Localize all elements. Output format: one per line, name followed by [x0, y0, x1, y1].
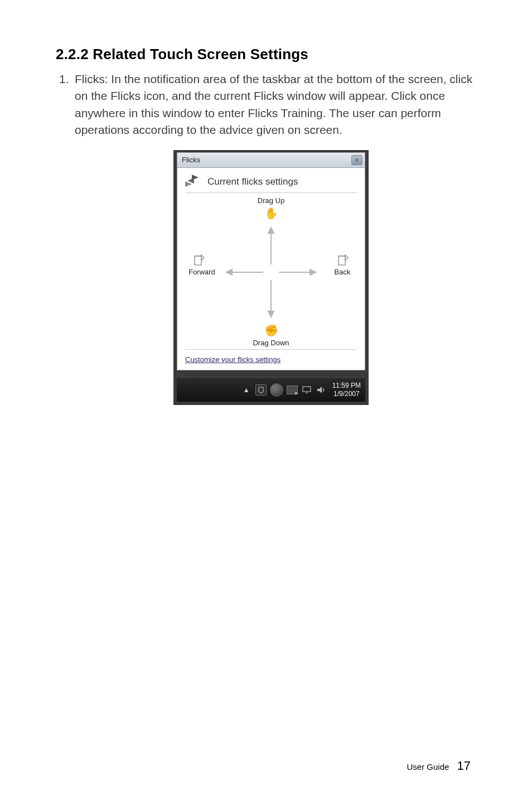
drag-up-icon: ✋ — [264, 206, 278, 220]
close-icon: x — [356, 157, 359, 163]
clock-time: 11:59 PM — [332, 382, 361, 390]
svg-marker-5 — [226, 269, 232, 275]
footer-label: User Guide — [407, 762, 449, 772]
section-heading: 2.2.2 Related Touch Screen Settings — [56, 46, 486, 63]
separator-2 — [185, 349, 357, 350]
window-title: Flicks — [182, 156, 200, 164]
window-body[interactable]: Current flicks settings Drag Up ✋ Forwar… — [177, 168, 365, 370]
flicks-tray-icon[interactable] — [287, 385, 298, 394]
svg-marker-3 — [268, 311, 274, 317]
forward-icon — [193, 254, 205, 269]
flicks-logo-icon — [185, 175, 202, 189]
action-center-icon[interactable] — [255, 384, 267, 396]
back-icon — [337, 254, 349, 269]
list-number: 1. — [59, 71, 69, 88]
volume-icon[interactable] — [316, 384, 327, 396]
svg-marker-1 — [268, 228, 274, 233]
customize-link[interactable]: Customize your flicks settings — [185, 355, 280, 364]
page-number: 17 — [457, 759, 471, 773]
taskbar: ▲ 11:59 PM 1/9/2007 — [177, 378, 365, 402]
flicks-window: Flicks x Current flicks settings — [177, 152, 365, 370]
flicks-diagram: Drag Up ✋ Forward Back ✊ Drag Down — [185, 196, 357, 347]
separator — [185, 192, 357, 193]
screenshot-figure: Flicks x Current flicks settings — [173, 150, 369, 405]
display-icon[interactable] — [301, 384, 312, 396]
list-text: Flicks: In the notification area of the … — [75, 73, 472, 136]
drag-down-icon: ✊ — [264, 324, 278, 337]
direction-arrows-icon — [215, 225, 327, 320]
svg-marker-7 — [310, 269, 316, 275]
page-footer: User Guide 17 — [407, 759, 471, 773]
list-item-1: 1. Flicks: In the notification area of t… — [56, 71, 486, 139]
network-icon[interactable] — [270, 383, 283, 397]
svg-marker-10 — [317, 387, 322, 393]
close-button[interactable]: x — [351, 155, 362, 165]
window-header-row: Current flicks settings — [185, 175, 357, 189]
svg-rect-8 — [303, 387, 311, 392]
document-page: 2.2.2 Related Touch Screen Settings 1. F… — [0, 0, 532, 810]
tray-expand-icon[interactable]: ▲ — [243, 386, 250, 394]
window-subtitle: Current flicks settings — [207, 176, 298, 187]
system-clock[interactable]: 11:59 PM 1/9/2007 — [332, 382, 361, 398]
clock-date: 1/9/2007 — [332, 390, 361, 398]
label-down: Drag Down — [253, 339, 289, 347]
label-up: Drag Up — [258, 196, 284, 205]
figure-container: Flicks x Current flicks settings — [56, 150, 486, 405]
window-titlebar: Flicks x — [177, 153, 365, 168]
